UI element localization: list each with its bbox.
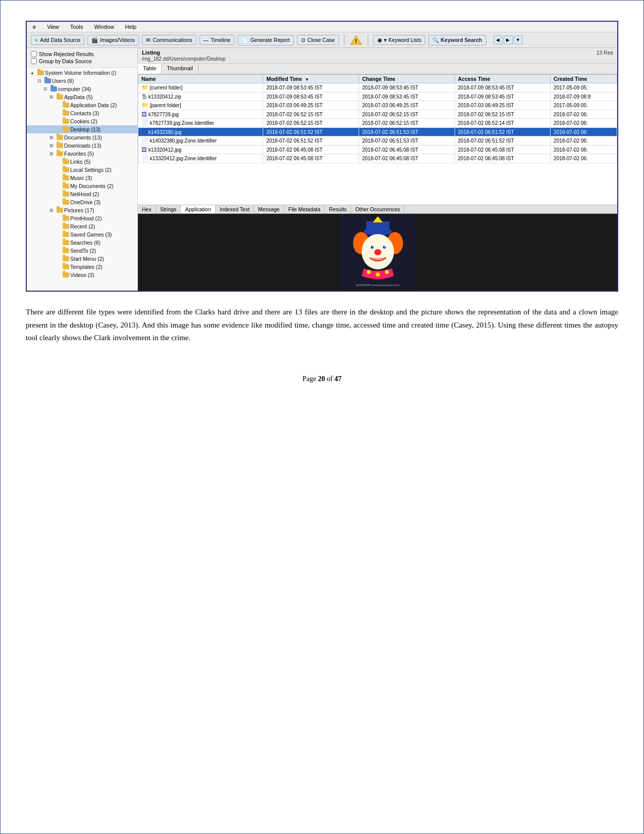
tree-node-desktop[interactable]: Desktop (13) [27,125,137,133]
cell-name: 🗜 k13320412.zip [138,92,263,101]
close-case-button[interactable]: ⊙ Close Case [297,35,339,45]
music-label: Music (3) [70,175,92,181]
tree-node-downloads[interactable]: ⊞ Downloads (13) [27,142,137,150]
menu-tools[interactable]: Tools [68,23,85,31]
nav-down-button[interactable]: ▼ [514,35,523,44]
sendto-label: SendTo (2) [70,248,96,254]
tab-file-metadata[interactable]: File Metadata [284,205,325,213]
tree-node-saved-games[interactable]: Saved Games (3) [27,230,137,239]
tab-indexed-text[interactable]: Indexed Text [216,205,254,213]
toggle-users: ⊟ [36,77,43,84]
tree-node-videos[interactable]: Videos (3) [27,271,137,279]
tree-node-local-settings[interactable]: Local Settings (2) [27,166,137,174]
menu-file[interactable]: e [31,23,38,31]
bottom-panel: Hex Strings Application Indexed Text Mes… [138,205,617,291]
tab-thumbnail[interactable]: Thumbnail [162,64,198,74]
tree-node-start-menu[interactable]: Start Menu (2) [27,255,137,263]
tree-node-sendto[interactable]: SendTo (2) [27,247,137,255]
col-created[interactable]: Created Time [551,75,617,83]
table-row[interactable]: 📄 k7827739.jpg:Zone.Identifier 2018-07-0… [138,119,617,128]
tree-node-onedrive[interactable]: OneDrive (3) [27,198,137,206]
toggle-contacts [54,110,61,117]
table-row[interactable]: 📁 [parent folder] 2018-07-03 06:49:25 IS… [138,101,617,110]
table-row[interactable]: 🖼 k7827739.jpg 2018-07-02 06:52:15 IST 2… [138,110,617,119]
table-row[interactable]: 📄 k13320412.jpg:Zone.Identifier 2018-07-… [138,154,617,163]
menu-view[interactable]: View [45,23,61,31]
col-change[interactable]: Change Time [359,75,455,83]
tree-node-templates[interactable]: Templates (2) [27,263,137,271]
images-videos-button[interactable]: 🎬 Images/Videos [87,35,139,45]
generate-report-button[interactable]: 📄 Generate Report [237,35,293,45]
tree-node-documents[interactable]: ⊞ Documents (13) [27,133,137,142]
tab-results[interactable]: Results [325,205,351,213]
tree-node-pictures[interactable]: ⊞ Pictures (17) [27,206,137,214]
tab-other-occurrences[interactable]: Other Occurrences [351,205,405,213]
table-row[interactable]: 🖼 k13320412.jpg 2018-07-02 06:45:08 IST … [138,146,617,154]
cell-access: 2018-07-02 06:51:52 IST [455,136,551,146]
tree-node-cookies[interactable]: Cookies (2) [27,117,137,125]
documents-icon [56,134,63,141]
toggle-desktop [54,126,61,133]
cell-access: 2018-07-09 08:53:45 IST [455,92,551,101]
cell-created: 2017-05-09 05: [551,83,617,92]
tree-node-users[interactable]: ⊟ Users (8) [27,77,137,85]
file-table: Name Modified Time ▼ Change Time [138,74,617,163]
menu-help[interactable]: Help [123,23,139,31]
toggle-system-volume: ▲ [29,69,36,76]
nav-prev-button[interactable]: ◀ [493,35,503,44]
keyword-lists-button[interactable]: ◉ ▾ ◉ ▾ Keyword Lists Keyword Lists [373,35,425,45]
tree-node-my-documents[interactable]: My Documents (2) [27,182,137,190]
group-by-source-checkbox[interactable] [31,58,37,64]
table-row[interactable]: 📄 k14032380.jpg:Zone.Identifier 2018-07-… [138,136,617,146]
communications-button[interactable]: ✉ Communications [142,35,196,45]
tree-node-computer[interactable]: ⊟ computer (34) [27,85,137,93]
tree-node-appdata[interactable]: ⊞ AppData (5) [27,93,137,101]
tab-message[interactable]: Message [254,205,284,213]
menu-bar: e View Tools Window Help [27,22,617,32]
listing-header: Listing 13 Res /mg_182.dd/Users/computer… [138,48,617,64]
tab-application[interactable]: Application [181,205,215,213]
col-name[interactable]: Name [138,75,263,83]
my-documents-label: My Documents (2) [70,183,114,189]
col-access[interactable]: Access Time [455,75,551,83]
table-row[interactable]: 🖼 k14032380.jpg 2018-07-02 06:51:52 IST … [138,128,617,136]
tree-node-printhood[interactable]: PrintHood (2) [27,214,137,222]
tree-node-application-data[interactable]: Application Data (2) [27,101,137,109]
tree-node-links[interactable]: Links (5) [27,158,137,166]
keyword-search-button[interactable]: 🔍 Keyword Search [428,35,486,45]
tree-node-nethood[interactable]: NetHood (2) [27,190,137,198]
printhood-icon [62,215,69,222]
cell-created: 2018-07-09 08:8 [551,92,617,101]
cell-modified: 2018-07-03 06:49:25 IST [263,101,359,110]
tree-node-searches[interactable]: Searches (6) [27,239,137,247]
favorites-label: Favorites (5) [64,151,94,157]
table-row[interactable]: 📁 [current folder] 2018-07-09 08:53:45 I… [138,83,617,92]
desktop-label: Desktop (13) [70,126,101,132]
tree-node-system-volume[interactable]: ▲ System Volume Information (/) [27,69,137,77]
tree-node-favorites[interactable]: ⊞ Favorites (5) [27,150,137,158]
col-modified[interactable]: Modified Time ▼ [263,75,359,83]
nav-next-button[interactable]: ▶ [504,35,513,44]
tab-table[interactable]: Table [138,64,162,74]
file-table-wrap[interactable]: Name Modified Time ▼ Change Time [138,74,617,205]
table-row[interactable]: 🗜 k13320412.zip 2018-07-09 08:53:45 IST … [138,92,617,101]
tree-node-recent[interactable]: Recent (2) [27,222,137,230]
toggle-music [54,174,61,181]
templates-icon [62,263,69,270]
show-rejected-checkbox[interactable] [31,51,37,57]
page-wrapper: e View Tools Window Help + Add Data Sour… [0,0,644,834]
toggle-appdata2 [54,102,61,109]
cell-access: 2018-07-09 08:53:45 IST [455,83,551,92]
menu-window[interactable]: Window [92,23,116,31]
add-data-source-button[interactable]: + Add Data Source [31,35,84,45]
tab-strings[interactable]: Strings [156,205,181,213]
toggle-videos [54,271,61,279]
tab-hex[interactable]: Hex [138,205,156,213]
users-icon [44,77,51,84]
tree-node-music[interactable]: Music (3) [27,174,137,182]
application-data-label: Application Data (2) [70,102,117,108]
timeline-button[interactable]: — Timeline [200,35,235,45]
tree-node-contacts[interactable]: Contacts (3) [27,109,137,117]
footer-of-label: of [325,375,335,383]
svg-point-16 [367,270,371,274]
